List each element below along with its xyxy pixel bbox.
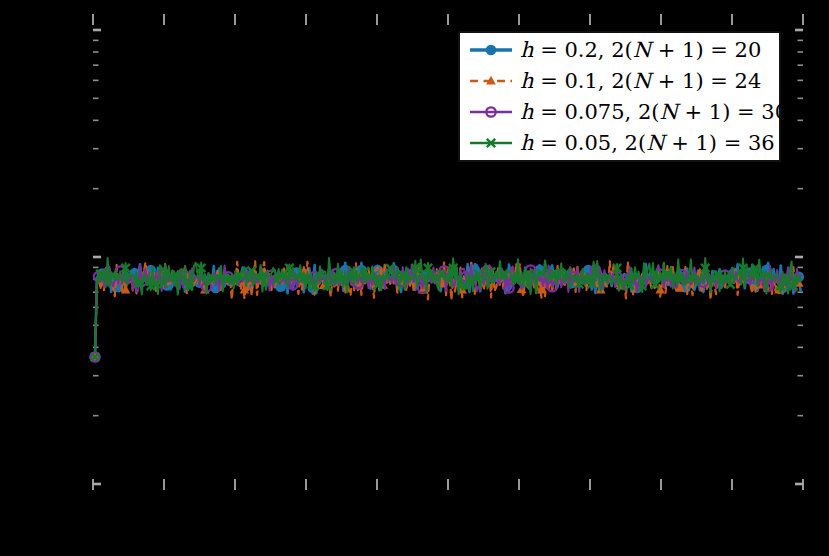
legend-label: h = 0.1, 2(N + 1) = 24 (520, 69, 761, 93)
legend-sample-line-icon (468, 36, 514, 64)
legend-label: h = 0.05, 2(N + 1) = 36 (520, 131, 775, 155)
legend: h = 0.2, 2(N + 1) = 20 h = 0.1, 2(N + 1)… (458, 31, 781, 162)
legend-sample-line-icon (468, 129, 514, 157)
figure: h = 0.2, 2(N + 1) = 20 h = 0.1, 2(N + 1)… (0, 0, 829, 556)
legend-item: h = 0.075, 2(N + 1) = 30 (468, 97, 775, 127)
legend-item: h = 0.05, 2(N + 1) = 36 (468, 128, 775, 158)
legend-sample-line-icon (468, 98, 514, 126)
legend-item: h = 0.1, 2(N + 1) = 24 (468, 66, 775, 96)
legend-sample-line-icon (468, 67, 514, 95)
legend-label: h = 0.075, 2(N + 1) = 30 (520, 100, 788, 124)
legend-label: h = 0.2, 2(N + 1) = 20 (520, 38, 761, 62)
legend-item: h = 0.2, 2(N + 1) = 20 (468, 35, 775, 65)
